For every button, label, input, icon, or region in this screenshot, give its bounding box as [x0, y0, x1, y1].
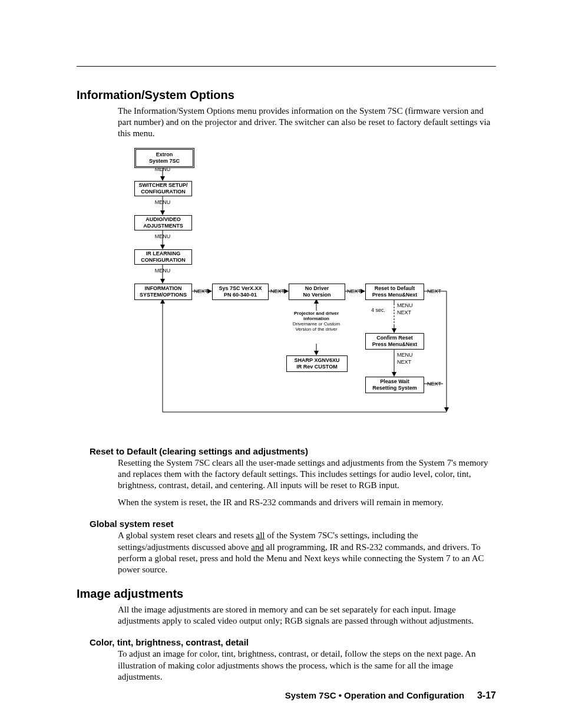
lbl-menu-2: MENU [151, 199, 174, 205]
lbl-next-r2: NEXT [397, 359, 421, 365]
para-ctbcd: To adjust an image for color, tint, brig… [118, 648, 491, 683]
lbl-next-5: NEXT [425, 381, 443, 387]
note-projector: Projector and driver information Drivern… [286, 311, 346, 332]
l1: Extron [156, 151, 173, 157]
l4: Version of the driver [295, 327, 337, 332]
para-reset-default: Resetting the System 7SC clears all the … [118, 457, 491, 509]
heading-info-sys: Information/System Options [77, 88, 497, 102]
l1: INFORMATION [145, 285, 182, 291]
l1: No Driver [305, 285, 329, 291]
l2: information [303, 316, 329, 321]
lbl-next-2: NEXT [269, 288, 286, 294]
box-nodriver: No Driver No Version [289, 284, 345, 300]
lbl-menu-3: MENU [151, 233, 174, 239]
l1: Confirm Reset [376, 335, 413, 341]
box-confirm: Confirm Reset Press Menu&Next [365, 333, 424, 350]
lbl-4sec: 4 sec. [368, 307, 385, 313]
text: To adjust an image for color, tint, brig… [118, 648, 491, 683]
page-content: Information/System Options The Informati… [77, 88, 497, 689]
l1: SWITCHER SETUP/ [138, 182, 187, 188]
lbl-menu-1: MENU [151, 166, 174, 172]
svg-marker-30 [314, 351, 319, 355]
box-av: AUDIO/VIDEO ADJUSTMENTS [134, 215, 192, 230]
svg-marker-7 [160, 279, 165, 284]
l2: Press Menu&Next [372, 292, 418, 298]
box-reset-default: Reset to Default Press Menu&Next [365, 284, 424, 300]
l2: No Version [303, 292, 330, 298]
text: All the image adjustments are stored in … [118, 604, 491, 627]
heading-reset-default: Reset to Default (clearing settings and … [90, 446, 497, 456]
box-please-wait: Please Wait Resetting System [365, 377, 424, 393]
box-extron: Extron System 7SC [134, 148, 194, 168]
svg-marker-3 [160, 210, 165, 215]
svg-marker-16 [444, 407, 449, 412]
l1: Please Wait [380, 378, 409, 384]
l2: ADJUSTMENTS [143, 223, 183, 229]
l2: PN 60-340-01 [224, 292, 257, 298]
l1: Reset to Default [375, 285, 415, 291]
l2: Resetting System [372, 385, 417, 391]
box-info: INFORMATION SYSTEM/OPTIONS [134, 284, 192, 300]
l1: IR LEARNING [146, 251, 181, 256]
l2: IR Rev CUSTOM [296, 364, 337, 370]
text: The Information/System Options menu prov… [118, 106, 491, 140]
box-switcher: SWITCHER SETUP/ CONFIGURATION [134, 181, 192, 196]
top-rule [77, 66, 496, 67]
l2: System 7SC [149, 158, 180, 164]
t: and [251, 542, 264, 552]
text: A global system reset clears and resets … [118, 530, 491, 575]
lbl-next-3: NEXT [345, 288, 363, 294]
lbl-next-r1: NEXT [397, 309, 421, 315]
svg-marker-22 [392, 372, 396, 377]
svg-marker-1 [160, 176, 165, 181]
text: Resetting the System 7SC clears all the … [118, 457, 491, 492]
svg-marker-5 [160, 245, 165, 249]
lbl-next-1: NEXT [192, 288, 210, 294]
text: When the system is reset, the IR and RS-… [118, 497, 491, 508]
heading-ctbcd: Color, tint, brightness, contrast, detai… [90, 637, 497, 647]
l3: Drivername or Custom [293, 321, 340, 327]
l1: Sys 7SC VerX.XX [219, 285, 262, 291]
para-image-adj: All the image adjustments are stored in … [118, 604, 491, 627]
t: A global system reset clears and resets [118, 531, 256, 540]
l1: AUDIO/VIDEO [146, 216, 181, 222]
l1: Projector and driver [294, 311, 339, 316]
box-sys7sc: Sys 7SC VerX.XX PN 60-340-01 [212, 284, 269, 300]
t: all [256, 531, 265, 540]
heading-global-reset: Global system reset [90, 519, 497, 529]
lbl-next-4: NEXT [425, 288, 443, 294]
box-sharp: SHARP XGNV6XU IR Rev CUSTOM [286, 355, 348, 372]
lbl-menu-r1: MENU [397, 302, 421, 308]
para-info-sys: The Information/System Options menu prov… [118, 106, 491, 140]
footer-page: 3-17 [477, 690, 496, 700]
footer-text: System 7SC • Operation and Configuration [285, 690, 464, 700]
heading-image-adj: Image adjustments [77, 587, 497, 601]
l1: SHARP XGNV6XU [295, 357, 340, 363]
svg-marker-20 [392, 328, 396, 333]
lbl-menu-4: MENU [151, 268, 174, 274]
l2: Press Menu&Next [372, 341, 418, 347]
page-footer: System 7SC • Operation and Configuration… [77, 690, 496, 701]
menu-flow-diagram: Extron System 7SC MENU SWITCHER SETUP/ C… [134, 148, 452, 431]
l2: CONFIGURATION [141, 257, 185, 263]
l2: SYSTEM/OPTIONS [140, 292, 187, 298]
lbl-menu-r2: MENU [397, 352, 421, 358]
l2: CONFIGURATION [141, 189, 185, 195]
para-global-reset: A global system reset clears and resets … [118, 530, 491, 575]
box-ir: IR LEARNING CONFIGURATION [134, 249, 192, 265]
